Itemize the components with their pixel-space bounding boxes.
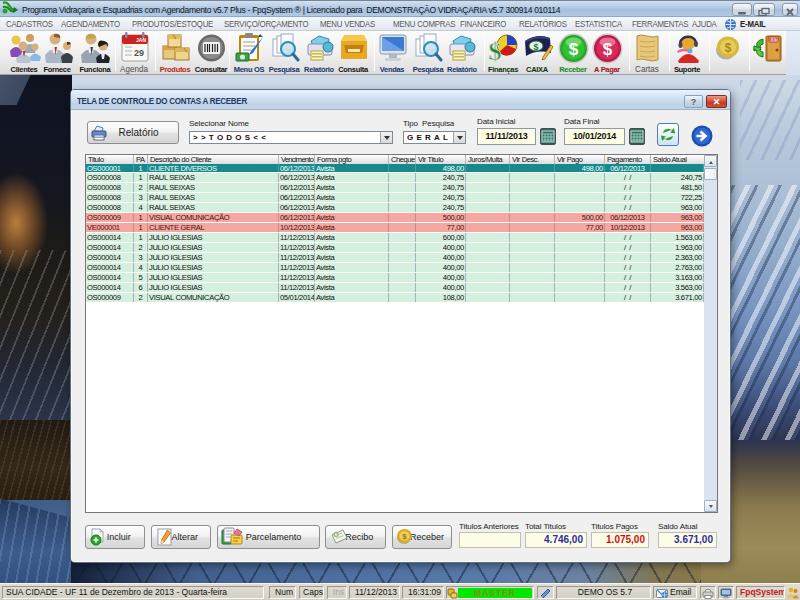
svg-text:$: $ — [725, 41, 732, 55]
svg-text:$: $ — [603, 40, 613, 59]
svg-text:EXIT: EXIT — [770, 38, 779, 42]
svg-text:JAN: JAN — [136, 37, 146, 43]
svg-text:$: $ — [569, 40, 579, 59]
svg-text:$: $ — [402, 532, 407, 541]
svg-text:29: 29 — [134, 48, 144, 58]
svg-text:$: $ — [533, 42, 538, 52]
svg-text:$: $ — [489, 37, 502, 64]
